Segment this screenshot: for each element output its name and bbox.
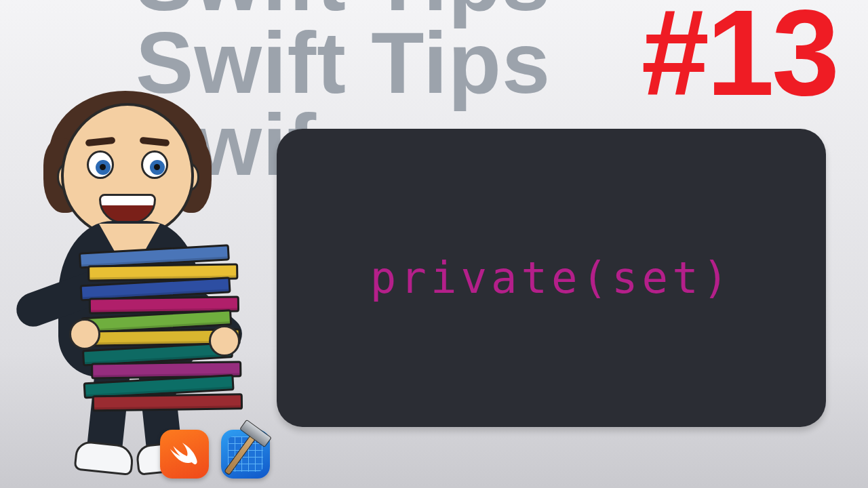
icon-row [160,430,270,479]
book [92,393,243,411]
mascot-illustration [5,95,263,488]
code-card: private(set) [277,129,826,427]
swift-icon [160,430,209,479]
series-line-2: Swift Tips [136,22,551,104]
issue-number: #13 [642,0,837,123]
code-snippet: private(set) [370,253,732,303]
xcode-icon [221,430,270,479]
